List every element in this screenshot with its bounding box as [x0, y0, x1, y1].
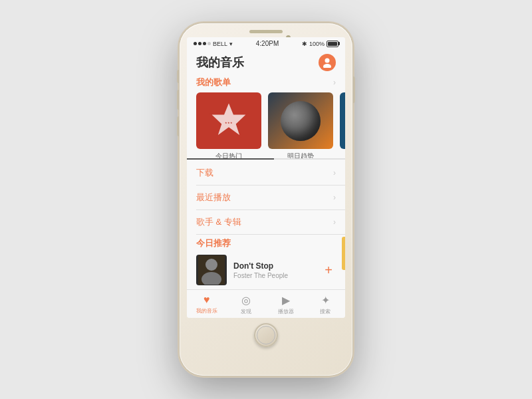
battery-icon	[327, 41, 338, 47]
player-icon: ▶	[282, 294, 290, 307]
home-button-ring	[257, 326, 275, 344]
song-title: Don't Stop	[233, 261, 315, 271]
tab-discover-label: 发现	[241, 308, 251, 315]
star-artwork: ★★★	[205, 98, 252, 144]
battery-fill	[328, 42, 337, 46]
tab-my-music[interactable]: ♥ 我的音乐	[187, 290, 227, 318]
status-right: ✱ 100%	[302, 41, 338, 47]
playlist-thumb-3[interactable]	[340, 92, 345, 149]
circle-artwork	[281, 101, 321, 141]
nav-item-download-arrow: ›	[333, 168, 336, 178]
tab-my-music-label: 我的音乐	[196, 307, 217, 315]
scroll-progress	[187, 158, 274, 160]
playlist-thumb-2[interactable]	[268, 92, 333, 149]
speaker-grille	[249, 30, 283, 33]
song-card[interactable]: Don't Stop Foster The People +	[196, 255, 336, 285]
svg-point-1	[323, 64, 331, 68]
nav-list: 下载 › 最近播放 › 歌手 & 专辑 ›	[187, 160, 345, 236]
song-artist: Foster The People	[233, 272, 315, 279]
svg-point-0	[325, 59, 330, 63]
tab-player-label: 播放器	[278, 308, 294, 315]
page-title: 我的音乐	[196, 55, 244, 70]
playlist-card-3[interactable]	[340, 92, 345, 153]
nav-item-download-label: 下载	[196, 167, 213, 179]
playlist-section-arrow[interactable]: ›	[333, 78, 336, 87]
playlist-card-2[interactable]: 明日趋势	[268, 92, 333, 153]
content-area: 我的音乐 我的歌单 ›	[187, 49, 345, 289]
status-time: 4:20PM	[256, 40, 279, 47]
wifi-icon: ▾	[229, 41, 233, 47]
signal-dot-2	[198, 42, 201, 45]
signal-dots	[194, 42, 211, 45]
song-thumbnail	[196, 255, 227, 285]
playlist-label-1: 今日热门	[196, 152, 261, 158]
volume-up-button[interactable]	[177, 90, 180, 110]
playlist-card-1[interactable]: ★★★ 今日热门	[196, 92, 261, 153]
svg-text:★★★: ★★★	[225, 120, 233, 124]
carrier-name: BELL	[213, 41, 227, 47]
phone-frame: BELL ▾ 4:20PM ✱ 100% 我的音乐	[180, 23, 352, 376]
tab-player[interactable]: ▶ 播放器	[266, 290, 306, 318]
home-button[interactable]	[254, 323, 278, 347]
today-section-title: 今日推荐	[196, 237, 336, 249]
signal-dot-1	[194, 42, 197, 45]
nav-item-recent-arrow: ›	[333, 193, 336, 202]
battery-percent: 100%	[309, 41, 325, 47]
nav-item-artist-label: 歌手 & 专辑	[196, 216, 241, 228]
nav-item-recent[interactable]: 最近播放 ›	[187, 186, 345, 209]
nav-item-download[interactable]: 下载 ›	[187, 161, 345, 185]
song-info: Don't Stop Foster The People	[233, 261, 315, 279]
nav-item-artist-arrow: ›	[333, 217, 336, 227]
tab-search-label: 搜索	[320, 308, 331, 315]
tab-bar: ♥ 我的音乐 ◎ 发现 ▶ 播放器 ✦ 搜索	[187, 289, 345, 318]
power-button[interactable]	[352, 76, 355, 103]
playlist-label-2: 明日趋势	[268, 152, 333, 158]
tab-search[interactable]: ✦ 搜索	[306, 290, 346, 318]
add-song-button[interactable]: +	[321, 263, 336, 277]
artist-image	[198, 255, 225, 285]
status-left: BELL ▾	[194, 41, 233, 47]
nav-item-artist[interactable]: 歌手 & 专辑 ›	[187, 210, 345, 234]
search-icon: ✦	[321, 294, 330, 307]
bluetooth-icon: ✱	[302, 41, 307, 47]
playlist-thumb-1[interactable]: ★★★	[196, 92, 261, 149]
status-bar: BELL ▾ 4:20PM ✱ 100%	[187, 37, 345, 49]
tab-discover[interactable]: ◎ 发现	[227, 290, 267, 318]
playlists-scroll[interactable]: ★★★ 今日热门 明日趋势	[187, 92, 345, 158]
signal-dot-3	[203, 42, 206, 45]
my-music-icon: ♥	[203, 294, 210, 306]
svg-point-6	[205, 259, 217, 271]
volume-down-button[interactable]	[177, 116, 180, 136]
mute-button[interactable]	[177, 70, 180, 83]
page-header: 我的音乐	[187, 49, 345, 74]
playlist-section-header: 我的歌单 ›	[187, 74, 345, 92]
discover-icon: ◎	[241, 294, 251, 307]
scroll-bar-indicator	[342, 237, 345, 270]
divider-3	[196, 234, 345, 235]
today-recommendation-section: 今日推荐 Don't Stop Foster The People	[187, 236, 345, 289]
signal-dot-4	[207, 42, 211, 45]
profile-avatar[interactable]	[319, 54, 336, 71]
playlist-section-title: 我的歌单	[196, 76, 231, 88]
nav-item-recent-label: 最近播放	[196, 192, 231, 203]
phone-screen: BELL ▾ 4:20PM ✱ 100% 我的音乐	[187, 37, 345, 318]
scroll-indicator	[187, 158, 345, 160]
